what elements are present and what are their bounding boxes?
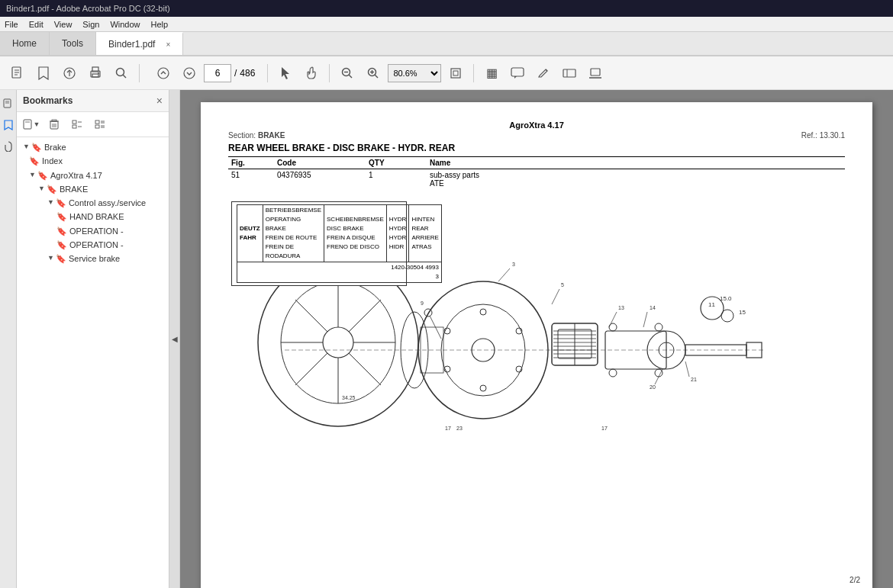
brake-sub-collapse-arrow[interactable]: ▼: [38, 185, 45, 194]
toolbar-sep-3: [329, 64, 330, 82]
svg-text:15: 15: [739, 309, 746, 316]
bookmark-service-brake[interactable]: ▼ 🔖 Service brake: [17, 252, 169, 265]
bookmark-brake[interactable]: ▼ 🔖 Brake: [17, 140, 169, 154]
pdf-page: AgroXtra 4.17 Section: BRAKE Ref.: 13.30…: [201, 102, 872, 588]
bookmark-index[interactable]: 🔖 Index: [17, 154, 169, 168]
sidebar-delete-button[interactable]: [44, 115, 64, 133]
sidebar-new-button[interactable]: ▼: [21, 115, 41, 133]
form-tool[interactable]: ▦: [480, 62, 503, 85]
menu-help[interactable]: Help: [151, 20, 169, 29]
tab-close-button[interactable]: ×: [166, 40, 170, 49]
create-button[interactable]: [6, 62, 29, 85]
svg-rect-7: [92, 74, 98, 77]
svg-rect-21: [453, 71, 458, 76]
index-label: Index: [42, 156, 63, 166]
svg-line-17: [375, 75, 378, 78]
zoom-out-button[interactable]: [336, 62, 359, 85]
left-attach-icon[interactable]: [1, 139, 16, 154]
sidebar-expand-button[interactable]: [67, 115, 87, 133]
zoom-in-button[interactable]: [362, 62, 385, 85]
drawing-container: DEUTZFAHR BETRIEBSBREMSEOPERATING BRAKEF…: [231, 201, 842, 461]
brake-collapse-arrow[interactable]: ▼: [23, 143, 30, 152]
bookmark-operation-1[interactable]: 🔖 OPERATION -: [17, 224, 169, 238]
control-collapse-arrow[interactable]: ▼: [47, 198, 54, 207]
bookmark-brake-sub[interactable]: ▼ 🔖 BRAKE: [17, 182, 169, 196]
title-bar-text: Binder1.pdf - Adobe Acrobat Pro DC (32-b…: [6, 4, 170, 13]
part-title: REAR WHEEL BRAKE - DISC BRAKE - HYDR. RE…: [228, 143, 845, 153]
svg-text:5: 5: [561, 282, 564, 288]
svg-rect-28: [4, 99, 11, 108]
menu-sign[interactable]: Sign: [82, 20, 99, 29]
bookmark-toolbar-button[interactable]: [32, 62, 55, 85]
brake-sub-label: BRAKE: [60, 184, 88, 194]
left-bookmark-icon[interactable]: [1, 117, 16, 133]
comment-button[interactable]: [506, 62, 529, 85]
pencil-tool[interactable]: [532, 62, 555, 85]
agroxtra-collapse-arrow[interactable]: ▼: [29, 171, 36, 180]
service-bookmark-icon: 🔖: [56, 253, 66, 264]
hand-brake-bookmark-icon: 🔖: [56, 211, 67, 222]
model-title: AgroXtra 4.17: [228, 120, 845, 130]
sidebar-panel: Bookmarks × ▼ ▼ 🔖 Brake: [17, 90, 169, 588]
upload-button[interactable]: [58, 62, 81, 85]
cursor-tool[interactable]: [274, 62, 297, 85]
operation2-bookmark-icon: 🔖: [56, 239, 67, 250]
menu-view[interactable]: View: [54, 20, 73, 29]
brake-label: Brake: [44, 142, 66, 153]
pdf-viewing-area[interactable]: AgroXtra 4.17 Section: BRAKE Ref.: 13.30…: [180, 90, 893, 588]
brake-bookmark-icon: 🔖: [31, 142, 42, 153]
tab-tools[interactable]: Tools: [50, 32, 96, 55]
menu-file[interactable]: File: [5, 20, 18, 29]
svg-rect-26: [591, 69, 600, 76]
print-button[interactable]: [84, 62, 107, 85]
stamp-tool[interactable]: [584, 62, 607, 85]
operation1-label: OPERATION -: [69, 226, 124, 236]
sidebar-toolbar: ▼: [17, 112, 169, 137]
service-collapse-arrow[interactable]: ▼: [47, 254, 54, 263]
bookmark-hand-brake[interactable]: 🔖 HAND BRAKE: [17, 210, 169, 223]
main-content: Bookmarks × ▼ ▼ 🔖 Brake: [0, 90, 893, 588]
bookmark-control-assy[interactable]: ▼ 🔖 Control assy./service: [17, 196, 169, 210]
bookmark-agroxtra[interactable]: ▼ 🔖 AgroXtra 4.17: [17, 169, 169, 182]
svg-text:14: 14: [650, 305, 656, 310]
svg-rect-38: [52, 120, 56, 121]
sidebar-close-button[interactable]: ×: [156, 95, 163, 107]
scroll-up-button[interactable]: [152, 62, 175, 85]
pan-tool[interactable]: [300, 62, 323, 85]
tab-file[interactable]: Binder1.pdf ×: [96, 32, 183, 55]
toolbar-sep-4: [473, 64, 474, 82]
svg-text:34.25: 34.25: [342, 395, 356, 400]
title-bar: Binder1.pdf - Adobe Acrobat Pro DC (32-b…: [0, 0, 893, 17]
left-create-icon[interactable]: [1, 96, 16, 111]
erase-tool[interactable]: [558, 62, 581, 85]
section-ref-line: Section: BRAKE Ref.: 13.30.1: [228, 131, 845, 140]
search-button[interactable]: [110, 62, 133, 85]
menu-window[interactable]: Window: [110, 20, 140, 29]
tab-home[interactable]: Home: [0, 32, 50, 55]
table-row: 51 04376935 1 sub-assy partsATE: [228, 169, 845, 190]
control-bookmark-icon: 🔖: [56, 198, 66, 208]
fit-page-button[interactable]: [444, 62, 467, 85]
sidebar-collapse-button[interactable]: ◀: [169, 90, 180, 588]
page-separator: /: [234, 68, 237, 79]
svg-rect-22: [511, 68, 524, 76]
toolbar-sep-1: [139, 64, 140, 82]
page-number-input[interactable]: 6: [204, 64, 231, 82]
sidebar-options-button[interactable]: [90, 115, 110, 133]
svg-text:15.0: 15.0: [720, 295, 732, 302]
svg-text:13: 13: [618, 305, 624, 310]
sidebar-collapse-icon: ◀: [172, 335, 178, 343]
right-toolbar: ▦: [480, 62, 607, 85]
tab-bar: Home Tools Binder1.pdf ×: [0, 32, 893, 56]
col-header-fig: Fig.: [228, 157, 274, 169]
control-label: Control assy./service: [69, 198, 146, 208]
svg-rect-24: [563, 69, 575, 77]
zoom-control: 80.6% 50% 75% 100% 125% 150% 200%: [388, 62, 467, 85]
menu-edit[interactable]: Edit: [29, 20, 44, 29]
scroll-down-button[interactable]: [178, 62, 201, 85]
zoom-select[interactable]: 80.6% 50% 75% 100% 125% 150% 200%: [388, 64, 441, 82]
bookmark-operation-2[interactable]: 🔖 OPERATION -: [17, 238, 169, 252]
section-label: Section: BRAKE: [228, 131, 285, 140]
bookmarks-tree: ▼ 🔖 Brake 🔖 Index ▼ 🔖 AgroXtra 4.17 ▼ 🔖 …: [17, 137, 169, 588]
col-header-qty: QTY: [366, 157, 427, 169]
